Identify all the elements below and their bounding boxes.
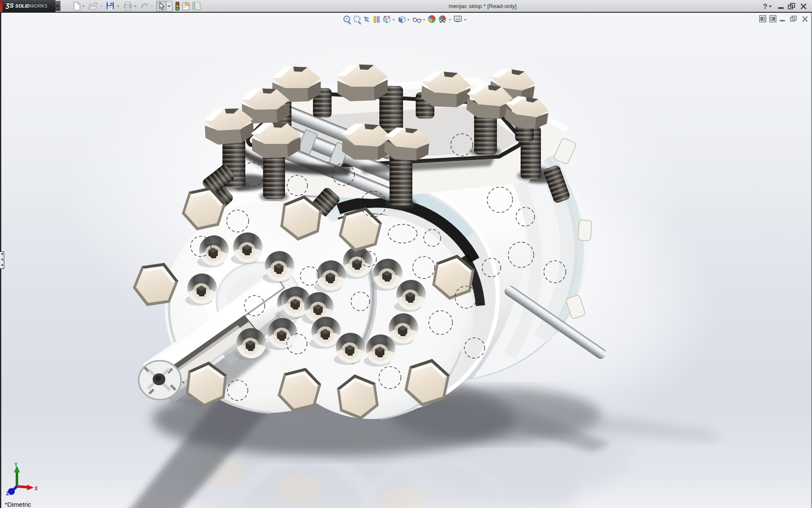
svg-text:?: ? (763, 3, 767, 11)
svg-text:X: X (35, 486, 38, 492)
svg-text:Z: Z (6, 491, 9, 495)
svg-text:Y: Y (14, 462, 18, 468)
